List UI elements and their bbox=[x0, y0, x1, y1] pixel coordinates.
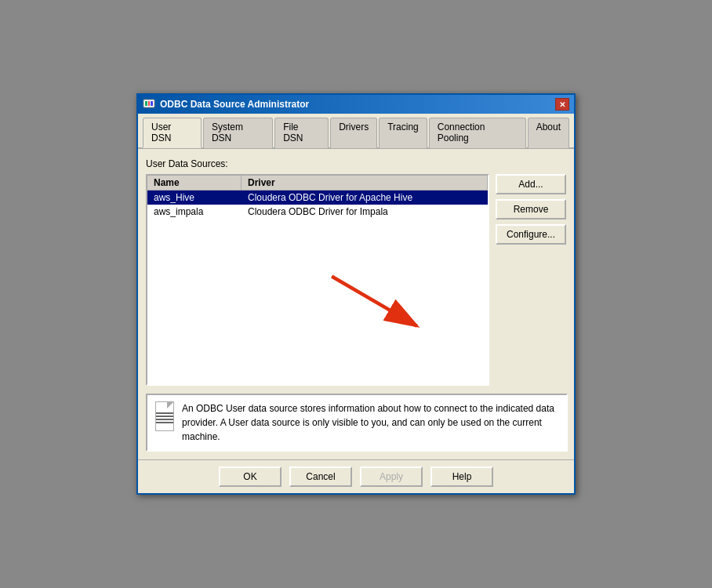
help-button[interactable]: Help bbox=[430, 466, 493, 487]
title-bar-left: ODBC Data Source Administrator bbox=[143, 98, 309, 111]
table-row[interactable]: aws_Hive Cloudera ODBC Driver for Apache… bbox=[147, 191, 488, 205]
info-box: An ODBC User data source stores informat… bbox=[146, 394, 568, 452]
cancel-button[interactable]: Cancel bbox=[289, 466, 352, 487]
row-driver: Cloudera ODBC Driver for Apache Hive bbox=[242, 191, 488, 205]
data-sources-table[interactable]: Name Driver aws_Hive Cloudera ODBC Drive… bbox=[146, 174, 489, 386]
apply-button[interactable]: Apply bbox=[360, 466, 423, 487]
tab-drivers[interactable]: Drivers bbox=[330, 118, 377, 148]
odbc-icon bbox=[143, 98, 155, 111]
tab-system-dsn[interactable]: System DSN bbox=[203, 118, 273, 148]
section-label: User Data Sources: bbox=[146, 158, 566, 169]
row-name: aws_Hive bbox=[147, 191, 242, 205]
tab-user-dsn[interactable]: User DSN bbox=[143, 118, 202, 148]
main-row: Name Driver aws_Hive Cloudera ODBC Drive… bbox=[146, 174, 566, 386]
col-header-driver: Driver bbox=[242, 176, 488, 190]
add-button[interactable]: Add... bbox=[496, 174, 566, 194]
tab-tracing[interactable]: Tracing bbox=[379, 118, 427, 148]
col-header-name: Name bbox=[147, 176, 242, 190]
ok-button[interactable]: OK bbox=[219, 466, 282, 487]
table-header: Name Driver bbox=[147, 176, 488, 191]
tab-connection-pooling[interactable]: Connection Pooling bbox=[429, 118, 526, 148]
tab-file-dsn[interactable]: File DSN bbox=[274, 118, 329, 148]
table-row[interactable]: aws_impala Cloudera ODBC Driver for Impa… bbox=[147, 205, 488, 219]
footer: OK Cancel Apply Help bbox=[138, 459, 574, 493]
row-name: aws_impala bbox=[147, 205, 242, 219]
svg-rect-3 bbox=[151, 101, 153, 106]
svg-rect-1 bbox=[145, 101, 147, 106]
svg-line-5 bbox=[332, 276, 417, 325]
svg-rect-2 bbox=[148, 101, 150, 106]
close-button[interactable]: ✕ bbox=[555, 98, 569, 111]
tabs-container: User DSN System DSN File DSN Drivers Tra… bbox=[138, 114, 574, 149]
configure-button[interactable]: Configure... bbox=[496, 224, 566, 245]
remove-button[interactable]: Remove bbox=[496, 199, 566, 220]
content-area: User Data Sources: Name Driver aws_Hive … bbox=[138, 149, 574, 459]
title-bar: ODBC Data Source Administrator ✕ bbox=[138, 95, 574, 114]
info-text: An ODBC User data source stores informat… bbox=[182, 401, 558, 444]
tab-about[interactable]: About bbox=[528, 118, 569, 148]
row-driver: Cloudera ODBC Driver for Impala bbox=[242, 205, 488, 219]
odbc-dialog: ODBC Data Source Administrator ✕ User DS… bbox=[136, 93, 576, 495]
action-buttons: Add... Remove Configure... bbox=[496, 174, 566, 245]
document-icon bbox=[155, 401, 174, 431]
window-title: ODBC Data Source Administrator bbox=[160, 99, 309, 110]
